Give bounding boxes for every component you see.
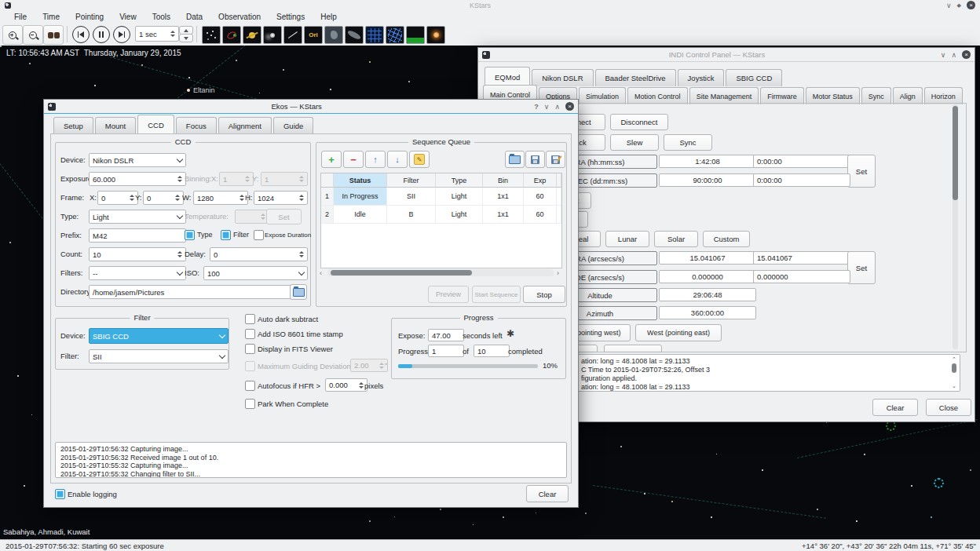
minimize-icon[interactable]: ∨ [946, 2, 952, 9]
device-tab-sbig-ccd[interactable]: SBIG CCD [726, 69, 782, 86]
slew-button[interactable]: Slew [610, 134, 659, 151]
close-icon[interactable]: × [967, 1, 975, 9]
cell-type[interactable]: Light [436, 188, 483, 206]
indi-titlebar[interactable]: INDI Control Panel — KStars ∨ ∧ × [478, 48, 975, 62]
menu-help[interactable]: Help [313, 13, 345, 21]
count-input[interactable]: 10 [89, 247, 186, 261]
spinner-arrows-icon[interactable] [170, 31, 175, 37]
toggle-constellation-lines-icon[interactable] [283, 26, 302, 44]
toggle-equatorial-grid-icon[interactable] [365, 26, 384, 44]
edit-job-button[interactable]: ✎ [409, 151, 430, 168]
time-step-back-icon[interactable] [72, 26, 90, 43]
indi-log-scrollbar[interactable]: ⌃ ⌄ [951, 356, 956, 389]
scroll-right-arrow-icon[interactable]: › [557, 269, 559, 277]
park-checkbox[interactable] [245, 399, 255, 409]
toggle-comets-icon[interactable] [263, 26, 282, 44]
dec-target-input[interactable]: 0:00:00 [753, 173, 850, 187]
group-tab-site-management[interactable]: Site Management [689, 87, 759, 104]
time-pause-icon[interactable] [93, 26, 110, 43]
group-tab-motion-control[interactable]: Motion Control [627, 87, 688, 104]
cell-bin[interactable]: 1x1 [483, 188, 524, 206]
cell-status[interactable]: Idle [334, 206, 387, 224]
type-checkbox[interactable] [185, 230, 195, 240]
sequence-hscrollbar[interactable] [327, 269, 554, 276]
indi-clear-button[interactable]: Clear [872, 399, 918, 416]
delay-input[interactable]: 0 [210, 247, 308, 261]
toggle-horizon-icon[interactable] [406, 26, 425, 44]
cell-exp[interactable]: 60 [524, 206, 557, 224]
de-rate-target-input[interactable]: 0.000000 [753, 270, 850, 283]
sync-button[interactable]: Sync [664, 134, 712, 151]
remove-job-button[interactable]: − [343, 151, 364, 168]
menu-file[interactable]: File [6, 13, 35, 21]
scroll-left-arrow-icon[interactable]: ‹ [320, 269, 322, 277]
menu-settings[interactable]: Settings [269, 13, 313, 21]
menu-pointing[interactable]: Pointing [68, 13, 112, 21]
device-tab-baader-steeldrive[interactable]: Baader SteelDrive [595, 69, 676, 86]
menu-tools[interactable]: Tools [144, 13, 178, 21]
column-header-filter[interactable]: Filter [387, 173, 436, 188]
save-sequence-as-button[interactable] [546, 151, 565, 168]
filter-checkbox[interactable] [221, 230, 231, 240]
toggle-deep-sky-icon[interactable] [222, 26, 241, 44]
prefix-input[interactable]: M42 [89, 228, 186, 243]
cell-filter[interactable]: SII [387, 188, 436, 206]
restore-icon[interactable]: ∧ [554, 103, 560, 111]
tab-alignment[interactable]: Alignment [218, 117, 272, 134]
shade-icon[interactable]: ∨ [941, 51, 946, 59]
find-object-icon[interactable] [43, 25, 64, 45]
expose-duration-checkbox[interactable] [254, 230, 264, 240]
group-tab-simulation[interactable]: Simulation [579, 87, 626, 104]
group-tab-sync[interactable]: Sync [861, 87, 891, 104]
toggle-horizontal-grid-icon[interactable] [386, 26, 404, 44]
time-step-forward-icon[interactable] [113, 26, 130, 43]
disconnect-button[interactable]: Disconnect [610, 114, 668, 130]
toggle-stars-icon[interactable] [202, 26, 221, 44]
ra-rate-input[interactable]: 15.041067 [659, 251, 756, 265]
restore-icon[interactable]: ∧ [951, 51, 956, 59]
browse-directory-button[interactable] [290, 284, 307, 300]
dec-input[interactable]: 90:00:00 [659, 173, 756, 187]
menu-observation[interactable]: Observation [210, 13, 269, 21]
cell-bin[interactable]: 1x1 [483, 206, 524, 224]
zoom-in-icon[interactable] [2, 25, 23, 45]
toggle-planets-icon[interactable] [243, 26, 261, 44]
save-sequence-button[interactable] [525, 151, 545, 168]
tab-ccd[interactable]: CCD [137, 115, 174, 134]
lunar-button[interactable]: Lunar [605, 231, 649, 247]
menu-view[interactable]: View [112, 13, 144, 21]
directory-input[interactable]: /home/jasem/Pictures [89, 285, 293, 299]
ra-input[interactable]: 1:42:08 [659, 155, 756, 168]
tab-focus[interactable]: Focus [176, 117, 217, 134]
iso-combo[interactable]: 100 [203, 266, 308, 280]
close-icon[interactable]: × [962, 50, 971, 59]
cell-type[interactable]: Light [436, 206, 483, 224]
auto-dark-checkbox[interactable] [245, 314, 255, 324]
solar-button[interactable]: Solar [654, 231, 698, 247]
column-header-exp[interactable]: Exp [524, 173, 557, 188]
cell-filter[interactable]: B [387, 206, 436, 224]
ekos-titlebar[interactable]: Ekos — KStars ? ∨ ∧ × [44, 100, 578, 114]
filter-filter-combo[interactable]: SII [89, 349, 229, 363]
device-tab-nikon-dslr[interactable]: Nikon DSLR [532, 69, 593, 86]
cell-status[interactable]: In Progress [334, 188, 387, 206]
device-tab-joystick[interactable]: Joystick [678, 69, 725, 86]
indi-close-button[interactable]: Close [926, 399, 971, 416]
partial-button[interactable] [604, 345, 662, 352]
frame-x-input[interactable]: 0 [97, 191, 138, 205]
device-tab-eqmod[interactable]: EQMod [485, 67, 530, 86]
shade-icon[interactable]: ∨ [544, 103, 550, 111]
move-job-down-button[interactable]: ↓ [387, 151, 408, 168]
add-job-button[interactable]: + [321, 151, 342, 168]
frame-w-input[interactable]: 1280 [193, 191, 248, 205]
tab-mount[interactable]: Mount [95, 117, 136, 134]
toggle-milky-way-icon[interactable] [345, 26, 364, 44]
close-icon[interactable]: × [565, 102, 574, 111]
autofocus-input[interactable]: 0.000 [325, 378, 368, 392]
iso8601-checkbox[interactable] [245, 329, 255, 339]
menu-data[interactable]: Data [178, 13, 210, 21]
help-icon[interactable]: ? [534, 103, 539, 111]
move-job-up-button[interactable]: ↑ [365, 151, 386, 168]
filter-device-combo[interactable]: SBIG CCD [89, 328, 229, 344]
cell-exp[interactable]: 60 [524, 188, 557, 206]
